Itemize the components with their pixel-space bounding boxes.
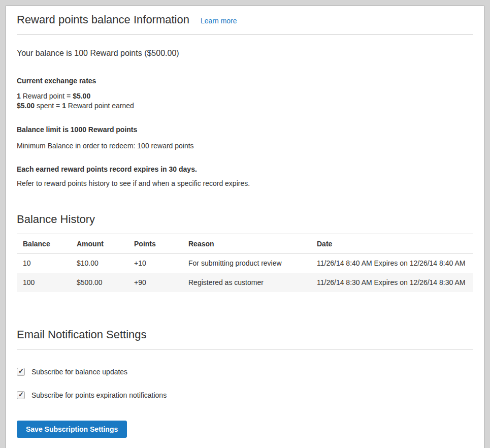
rate1-points: 1: [17, 92, 21, 100]
cell-amount: $500.00: [71, 273, 128, 292]
column-header-points: Points: [128, 234, 182, 253]
subscribe-expiration-notifications-label: Subscribe for points expiration notifica…: [31, 391, 167, 399]
column-header-balance: Balance: [17, 234, 71, 253]
column-header-reason: Reason: [182, 234, 311, 253]
subscribe-balance-updates-label: Subscribe for balance updates: [31, 368, 127, 376]
rate1-text: Reward point =: [21, 92, 73, 100]
page-title: Reward points balance Information: [17, 13, 189, 27]
cell-reason: For submitting product review: [182, 253, 311, 273]
column-header-amount: Amount: [71, 234, 128, 253]
table-row: 10 $10.00 +10 For submitting product rev…: [17, 253, 473, 273]
subscribe-expiration-notifications-option[interactable]: Subscribe for points expiration notifica…: [17, 391, 473, 399]
expiry-rule-text: Each earned reward points record expires…: [17, 165, 473, 174]
cell-balance: 10: [17, 253, 71, 273]
save-subscription-settings-button[interactable]: Save Subscription Settings: [17, 421, 127, 438]
balance-history-table: Balance Amount Points Reason Date 10 $10…: [17, 234, 473, 292]
cell-date: 11/26/14 8:40 AM Expires on 12/26/14 8:4…: [311, 253, 473, 273]
subscribe-balance-updates-checkbox check-icon[interactable]: [17, 368, 25, 376]
page-background: Reward points balance Information Learn …: [0, 0, 490, 448]
email-notification-section: Email Notification Settings Subscribe fo…: [17, 328, 473, 438]
rate2-points: 1: [62, 102, 66, 110]
email-notification-title: Email Notification Settings: [17, 328, 473, 349]
exchange-rate-line-1: 1 Reward point = $5.00: [17, 91, 473, 101]
cell-points: +90: [128, 273, 182, 292]
table-header-row: Balance Amount Points Reason Date: [17, 234, 473, 253]
reward-info-card: Reward points balance Information Learn …: [5, 5, 485, 448]
cell-reason: Registered as customer: [182, 273, 311, 292]
min-balance-text: Minimum Balance in order to redeem: 100 …: [17, 141, 473, 150]
exchange-rates-heading: Current exchange rates: [17, 76, 473, 85]
subscribe-expiration-notifications-checkbox check-icon[interactable]: [17, 391, 25, 399]
cell-points: +10: [128, 253, 182, 273]
balance-history-section: Balance History Balance Amount Points Re…: [17, 212, 473, 292]
cell-date: 11/26/14 8:30 AM Expires on 12/26/14 8:3…: [311, 273, 473, 292]
subscribe-balance-updates-option[interactable]: Subscribe for balance updates: [17, 368, 473, 376]
rate1-amount: $5.00: [73, 92, 90, 100]
balance-limit-text: Balance limit is 1000 Reward points: [17, 125, 473, 134]
balance-summary: Your balance is 100 Reward points ($500.…: [17, 48, 473, 59]
rate2-text-2: Reward point earned: [66, 102, 134, 110]
learn-more-link[interactable]: Learn more: [201, 17, 237, 25]
exchange-rates: 1 Reward point = $5.00 $5.00 spent = 1 R…: [17, 91, 473, 111]
expiry-note-text: Refer to reward points history to see if…: [17, 179, 473, 188]
exchange-rate-line-2: $5.00 spent = 1 Reward point earned: [17, 101, 473, 111]
column-header-date: Date: [311, 234, 473, 253]
table-row: 100 $500.00 +90 Registered as customer 1…: [17, 273, 473, 292]
rate2-amount: $5.00: [17, 102, 35, 110]
cell-amount: $10.00: [71, 253, 128, 273]
balance-history-title: Balance History: [17, 212, 473, 234]
cell-balance: 100: [17, 273, 71, 292]
page-header: Reward points balance Information Learn …: [17, 13, 473, 35]
rate2-text-1: spent =: [35, 102, 62, 110]
